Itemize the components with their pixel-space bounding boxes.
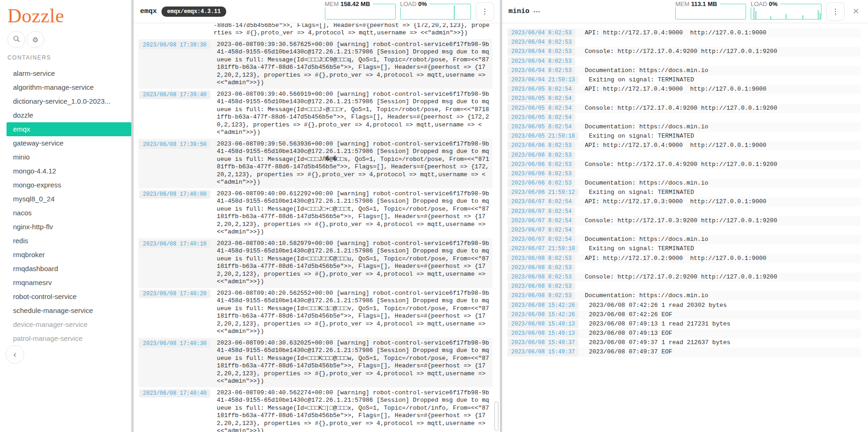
container-list: alarm-servicealgorithm-manage-servicedic… (7, 66, 131, 346)
sidebar-item-emqx[interactable]: emqx (7, 122, 131, 136)
sidebar-item-patrol-manage-service[interactable]: patrol-manage-service (7, 332, 131, 346)
log-timestamp: 2023/06/04 21:59:13 (508, 76, 579, 84)
log-timestamp: 2023/06/08 17:40:40 (139, 389, 210, 432)
log-row: 2023/06/07 8:02:54 (507, 226, 861, 235)
sidebar-item-mongo-4-4-12[interactable]: mongo-4.4.12 (7, 164, 131, 178)
log-timestamp: 2023/06/04 8:02:53 (508, 66, 579, 75)
log-message: 2023-06-08T09:39:40.566919+00:00 [warnin… (217, 91, 491, 137)
pane-menu-button[interactable]: ⋮ (476, 2, 494, 21)
mem-gauge: MEM 113.1 MB (675, 0, 746, 21)
sidebar-item-mysql8-0-24[interactable]: mysql8_0_24 (7, 192, 131, 206)
sidebar-item-rmqbroker[interactable]: rmqbroker (7, 248, 131, 262)
log-message: 2023/06/08 07:49:13 EOF (585, 329, 860, 338)
log-timestamp: 2023/06/05 8:02:54 (508, 113, 579, 122)
log-row: 2023/06/08 17:40:402023-06-08T09:40:40.5… (138, 387, 492, 432)
pane-minio-header: minio ⋯ MEM 113.1 MB LOAD 0% ⋮ ✕ (502, 0, 868, 23)
load-label: LOAD 0% (400, 0, 430, 7)
log-timestamp: 2023/06/06 8:02:53 (508, 179, 579, 187)
log-timestamp: 2023/06/04 8:02:53 (508, 57, 579, 66)
sidebar-item-nacos[interactable]: nacos (7, 206, 131, 220)
log-timestamp: 2023/06/05 8:02:54 (508, 123, 579, 131)
log-message: 2023-06-08T09:39:30.567625+00:00 [warnin… (217, 41, 491, 87)
settings-button[interactable]: ⚙ (27, 31, 44, 48)
sidebar-item-rmqdashboard[interactable]: rmqdashboard (7, 262, 131, 276)
log-timestamp: 2023/06/07 8:02:54 (508, 226, 579, 234)
log-message: API: http://172.17.0.3:9000 http://127.0… (585, 197, 860, 206)
log-message: Exiting on signal: TERMINATED (585, 132, 860, 141)
gear-icon: ⚙ (32, 36, 38, 43)
log-row: 2023/06/04 8:02:53Console: http://172.17… (507, 47, 861, 56)
collapse-sidebar-button[interactable]: ‹ (6, 345, 24, 364)
log-row: 2023/06/05 8:02:54API: http://172.17.0.4… (507, 85, 861, 94)
log-row: 2023/06/08 17:40:002023-06-08T09:40:00.6… (138, 188, 492, 238)
sidebar-item-alarm-service[interactable]: alarm-service (7, 66, 131, 80)
sidebar-item-gateway-service[interactable]: gateway-service (7, 136, 131, 150)
search-button[interactable] (7, 31, 25, 48)
log-row: 2023/06/05 8:02:54 (507, 94, 861, 103)
pane-minio: minio ⋯ MEM 113.1 MB LOAD 0% ⋮ ✕ 2023/06… (502, 0, 868, 432)
log-row: 2023/06/04 8:02:53Documentation: https:/… (507, 66, 861, 75)
log-row: 2023/06/08 8:02:53Console: http://172.17… (507, 272, 861, 282)
pane-emqx: emqx emqx/emqx:4.3.11 MEM 158.42 MB LOAD… (134, 0, 500, 432)
mem-label: MEM 113.1 MB (675, 0, 720, 7)
log-row: 2023/06/06 8:02:53Documentation: https:/… (507, 179, 861, 188)
pane-menu-button[interactable]: ⋮ (826, 2, 845, 21)
log-row: 2023/06/08 15:42:26 2023/06/08 07:42:26 … (507, 310, 861, 319)
sparkline-spike (820, 13, 821, 19)
log-timestamp: 2023/06/07 8:02:54 (508, 217, 579, 225)
sidebar-item-rmqnamesrv[interactable]: rmqnamesrv (7, 276, 131, 290)
log-row: 2023/06/08 15:49:13 2023/06/08 07:49:13 … (507, 329, 861, 338)
close-pane-button[interactable]: ✕ (849, 5, 862, 18)
log-row: 2023/06/08 17:39:302023-06-08T09:39:30.5… (138, 39, 492, 89)
sidebar-item-algorithm-manage-service[interactable]: algorithm-manage-service (7, 80, 131, 94)
log-row: Message(Id=□□□J□□@□□□p, QoS=1, Topic=/ro… (138, 23, 492, 39)
log-row: 2023/06/07 8:02:54API: http://172.17.0.3… (507, 197, 861, 206)
log-message: 2023-06-08T09:40:00.612292+00:00 [warnin… (217, 190, 491, 236)
log-message: Console: http://172.17.0.2:9200 http://1… (585, 272, 860, 282)
log-row: 2023/06/06 8:02:53Console: http://172.17… (507, 160, 861, 169)
mem-value: 113.1 MB (691, 0, 717, 7)
load-gauge: LOAD 0% (751, 0, 821, 21)
sidebar-item-robot-control-service[interactable]: robot-control-service (7, 290, 131, 304)
log-row: 2023/06/08 17:40:302023-06-08T09:40:30.6… (138, 338, 492, 387)
log-row: 2023/06/07 8:02:54Console: http://172.17… (507, 216, 861, 226)
app-logo: Dozzle (7, 5, 131, 27)
sidebar-item-redis[interactable]: redis (7, 234, 131, 248)
log-message: 2023/06/08 07:49:37 EOF (585, 347, 860, 357)
sidebar-item-schedule-manage-service[interactable]: schedule-manage-service (7, 304, 131, 318)
sidebar-item-device-manager-service[interactable]: device-manager-service (7, 318, 131, 332)
log-row: 2023/06/08 8:02:53 (507, 282, 861, 291)
more-dots-icon[interactable]: ⋯ (533, 7, 541, 16)
log-message: Console: http://172.17.0.3:9200 http://1… (585, 216, 860, 226)
log-timestamp: 2023/06/05 8:02:54 (508, 104, 579, 113)
sidebar-item-dozzle[interactable]: dozzle (7, 108, 131, 122)
log-row: 2023/06/08 17:40:102023-06-08T09:40:10.5… (138, 238, 492, 288)
emqx-scrollbar-thumb[interactable] (494, 401, 498, 431)
log-message: Documentation: https://docs.min.io (585, 122, 860, 132)
log-message: Console: http://172.17.0.4:9200 http://1… (585, 160, 860, 169)
log-timestamp: 2023/06/08 8:02:53 (508, 292, 579, 300)
log-timestamp: 2023/06/07 21:59:10 (508, 245, 579, 253)
log-message: Documentation: https://docs.min.io (585, 235, 860, 244)
search-icon (13, 35, 20, 44)
log-row: 2023/06/08 17:39:502023-06-08T09:39:50.5… (138, 139, 492, 188)
log-row: 2023/06/08 8:02:53API: http://172.17.0.2… (507, 254, 861, 263)
sparkline-spike (770, 16, 771, 19)
sidebar-item-minio[interactable]: minio (7, 150, 131, 164)
sidebar-item-dictionary-service-1-0-0-2023-[interactable]: dictionary-service_1.0.0-2023... (7, 94, 131, 108)
sidebar-item-mongo-express[interactable]: mongo-express (7, 178, 131, 192)
log-timestamp: 2023/06/08 17:40:20 (139, 290, 210, 336)
log-message: Exiting on signal: TERMINATED (585, 244, 860, 253)
log-row (507, 24, 861, 28)
log-row: 2023/06/05 8:02:54Console: http://172.17… (507, 104, 861, 113)
sidebar-item-nginx-http-flv[interactable]: nginx-http-flv (7, 220, 131, 234)
log-row: 2023/06/05 21:59:18 Exiting on signal: T… (507, 132, 861, 141)
log-message: Exiting on signal: TERMINATED (585, 188, 860, 197)
log-message: 2023-06-08T09:39:50.563936+00:00 [warnin… (217, 140, 491, 186)
log-row: 2023/06/06 8:02:53 (507, 150, 861, 160)
log-message: API: http://172.17.0.4:9000 http://127.0… (585, 85, 860, 94)
log-row: 2023/06/04 8:02:53 (507, 57, 861, 66)
sparkline-spike (786, 14, 787, 19)
log-timestamp: 2023/06/07 8:02:54 (508, 235, 579, 244)
load-gauge: LOAD 0% (400, 0, 471, 21)
